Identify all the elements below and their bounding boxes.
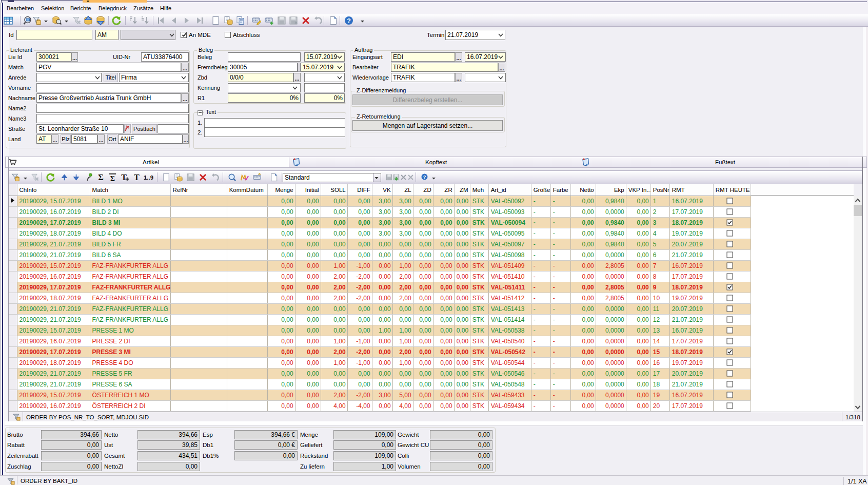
svg-text:1..9: 1..9 (144, 174, 153, 181)
svg-text:Σ: Σ (110, 174, 115, 182)
svg-text:T: T (121, 173, 127, 182)
svg-text:?: ? (347, 17, 351, 25)
svg-text:?: ? (423, 174, 426, 180)
svg-text:T: T (134, 173, 140, 182)
svg-text:Σ: Σ (98, 173, 104, 182)
